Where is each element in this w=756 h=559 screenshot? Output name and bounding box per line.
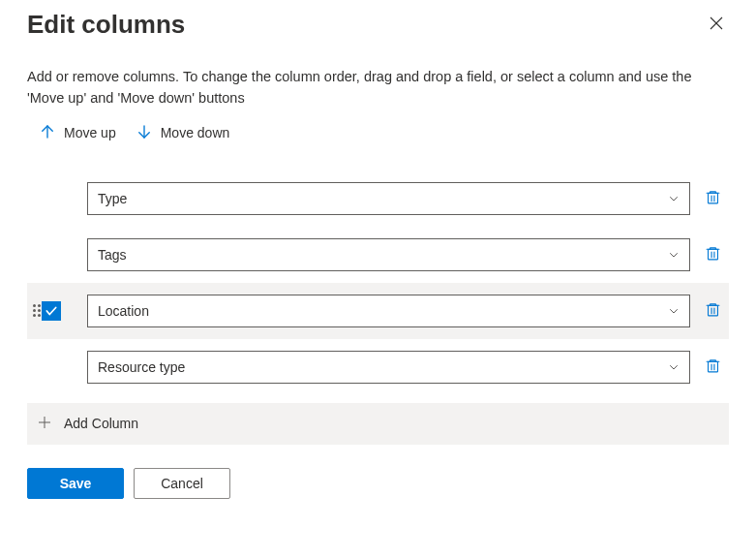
column-select-label: Tags xyxy=(98,247,127,263)
chevron-down-icon xyxy=(668,361,680,373)
row-checkbox[interactable] xyxy=(42,301,61,321)
add-column-label: Add Column xyxy=(64,416,138,431)
close-button[interactable] xyxy=(704,11,729,39)
column-select[interactable]: Location xyxy=(87,295,690,327)
svg-rect-7 xyxy=(708,249,717,260)
row-gutter xyxy=(27,301,87,321)
svg-rect-4 xyxy=(708,193,717,203)
chevron-down-icon xyxy=(668,193,680,204)
trash-icon xyxy=(705,357,721,377)
column-list: TypeTagsLocationResource type xyxy=(27,171,729,395)
column-select[interactable]: Type xyxy=(87,182,690,215)
trash-icon xyxy=(705,189,721,208)
save-button[interactable]: Save xyxy=(27,468,124,499)
arrow-down-icon xyxy=(136,123,153,143)
delete-column-button[interactable] xyxy=(696,300,729,322)
column-select[interactable]: Resource type xyxy=(87,351,690,384)
column-select-label: Location xyxy=(98,303,149,319)
move-down-label: Move down xyxy=(161,125,230,140)
chevron-down-icon xyxy=(668,305,680,317)
svg-rect-10 xyxy=(708,305,717,316)
column-row[interactable]: Tags xyxy=(27,227,729,283)
trash-icon xyxy=(705,301,721,321)
column-row[interactable]: Resource type xyxy=(27,339,729,395)
cancel-button[interactable]: Cancel xyxy=(134,468,230,499)
trash-icon xyxy=(705,245,721,264)
delete-column-button[interactable] xyxy=(696,188,729,209)
column-select-label: Type xyxy=(98,191,127,206)
move-up-label: Move up xyxy=(64,125,116,140)
svg-rect-13 xyxy=(708,361,717,372)
chevron-down-icon xyxy=(668,249,680,261)
column-select-label: Resource type xyxy=(98,359,185,375)
add-column-button[interactable]: Add Column xyxy=(27,403,729,445)
close-icon xyxy=(708,15,725,35)
move-down-button[interactable]: Move down xyxy=(136,123,230,143)
delete-column-button[interactable] xyxy=(696,244,729,265)
plus-icon xyxy=(37,415,52,433)
column-row[interactable]: Type xyxy=(27,171,729,227)
drag-handle-icon[interactable] xyxy=(33,304,38,317)
column-row[interactable]: Location xyxy=(27,283,729,339)
column-select[interactable]: Tags xyxy=(87,238,690,271)
move-up-button[interactable]: Move up xyxy=(39,123,116,143)
delete-column-button[interactable] xyxy=(696,357,729,378)
page-title: Edit columns xyxy=(27,10,185,40)
arrow-up-icon xyxy=(39,123,56,143)
description-text: Add or remove columns. To change the col… xyxy=(27,67,729,109)
